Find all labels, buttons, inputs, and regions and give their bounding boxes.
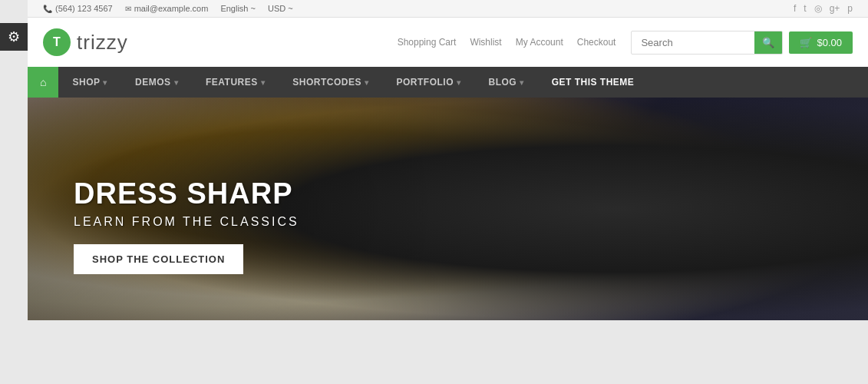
nav-home-button[interactable]: ⌂ <box>28 67 58 98</box>
top-bar-right: f t ◎ g+ p <box>794 3 853 14</box>
googleplus-icon[interactable]: g+ <box>830 3 840 14</box>
search-bar: 🔍 <box>631 31 783 55</box>
nav-item-portfolio[interactable]: PORTFOLIO ▾ <box>382 68 474 97</box>
email-address: ✉ mail@example.com <box>125 4 209 13</box>
nav-item-demos[interactable]: DEMOS ▾ <box>121 68 192 97</box>
demos-dropdown-icon: ▾ <box>174 78 179 87</box>
logo-text: trizzy <box>77 31 128 55</box>
nav-item-shop[interactable]: SHOP ▾ <box>58 68 121 97</box>
email-icon: ✉ <box>125 5 131 13</box>
nav-item-shortcodes[interactable]: SHORTCODES ▾ <box>279 68 382 97</box>
currency-selector[interactable]: USD ~ <box>268 4 293 13</box>
settings-gear[interactable]: ⚙ <box>0 23 28 51</box>
nav-item-blog[interactable]: BLOG ▾ <box>474 68 537 97</box>
features-dropdown-icon: ▾ <box>261 78 266 87</box>
nav-bar: ⌂ SHOP ▾ DEMOS ▾ FEATURES ▾ SHORTCODES ▾… <box>28 67 868 98</box>
facebook-icon[interactable]: f <box>794 3 796 14</box>
cart-icon: 🛒 <box>800 37 812 48</box>
pinterest-icon[interactable]: p <box>847 3 853 14</box>
hero-title: DRESS SHARP <box>74 177 299 210</box>
shop-dropdown-icon: ▾ <box>103 78 107 87</box>
twitter-icon[interactable]: t <box>804 3 806 14</box>
hero-subtitle: LEARN FROM THE CLASSICS <box>74 215 299 229</box>
search-input[interactable] <box>632 32 754 53</box>
search-button[interactable]: 🔍 <box>754 31 782 54</box>
header-nav-links: Shopping Cart Wishlist My Account Checko… <box>398 37 616 48</box>
hero-section: DRESS SHARP LEARN FROM THE CLASSICS SHOP… <box>28 98 868 320</box>
logo-icon: T <box>43 28 71 56</box>
cart-button[interactable]: 🛒 $0.00 <box>789 31 853 54</box>
shopping-cart-link[interactable]: Shopping Cart <box>398 37 457 48</box>
cart-amount: $0.00 <box>817 37 842 48</box>
header-right: Shopping Cart Wishlist My Account Checko… <box>398 31 853 55</box>
nav-item-get-theme[interactable]: GET THIS THEME <box>538 68 649 97</box>
home-icon: ⌂ <box>40 76 46 88</box>
top-bar-left: 📞 (564) 123 4567 ✉ mail@example.com Engl… <box>43 4 293 13</box>
dribbble-icon[interactable]: ◎ <box>814 3 822 14</box>
hero-content: DRESS SHARP LEARN FROM THE CLASSICS SHOP… <box>74 177 299 274</box>
top-bar: 📞 (564) 123 4567 ✉ mail@example.com Engl… <box>28 0 868 18</box>
portfolio-dropdown-icon: ▾ <box>457 78 461 87</box>
phone-number: 📞 (564) 123 4567 <box>43 4 113 13</box>
logo[interactable]: T trizzy <box>43 28 128 56</box>
header: T trizzy Shopping Cart Wishlist My Accou… <box>28 18 868 67</box>
my-account-link[interactable]: My Account <box>516 37 563 48</box>
shop-collection-button[interactable]: SHOP THE COLLECTION <box>74 244 243 274</box>
shortcodes-dropdown-icon: ▾ <box>365 78 369 87</box>
gear-icon: ⚙ <box>8 28 20 45</box>
nav-item-features[interactable]: FEATURES ▾ <box>192 68 279 97</box>
phone-icon: 📞 <box>43 5 52 13</box>
checkout-link[interactable]: Checkout <box>577 37 616 48</box>
wishlist-link[interactable]: Wishlist <box>470 37 501 48</box>
language-selector[interactable]: English ~ <box>220 4 256 13</box>
blog-dropdown-icon: ▾ <box>520 78 524 87</box>
